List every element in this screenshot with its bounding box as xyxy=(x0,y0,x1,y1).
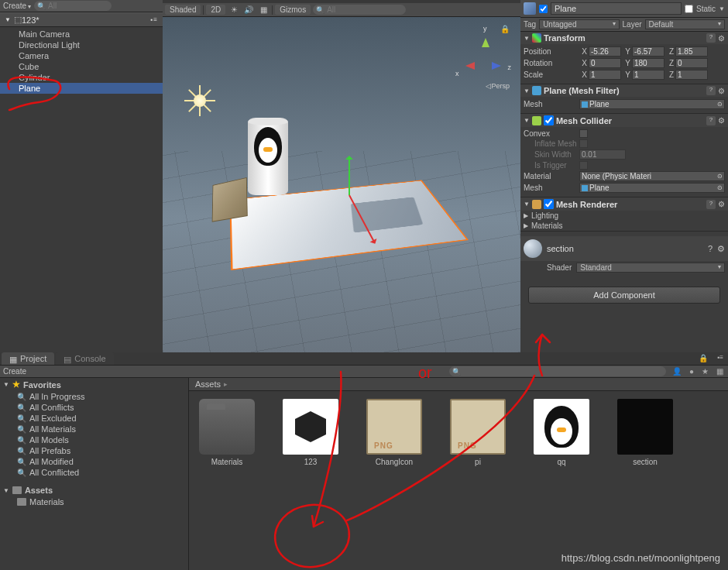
hierarchy-item[interactable]: Cylinder xyxy=(0,72,163,83)
project-create-dropdown[interactable]: Create xyxy=(3,367,26,376)
scene-search[interactable]: 🔍 xyxy=(313,5,406,15)
help-icon[interactable]: ? xyxy=(708,244,713,253)
favorite-item[interactable]: 🔍All Excluded xyxy=(0,413,188,424)
fold-icon[interactable]: ▼ xyxy=(524,35,530,42)
layer-dropdown[interactable]: Default xyxy=(645,19,725,29)
mode-2d-toggle[interactable]: 2D xyxy=(206,5,225,15)
asset-item[interactable]: PNGChangIcon xyxy=(364,399,424,466)
component-enable-checkbox[interactable] xyxy=(544,199,554,209)
scene-menu-icon[interactable]: ▪≡ xyxy=(150,16,158,23)
tab-project[interactable]: ▦Project xyxy=(2,352,54,365)
scl-z-input[interactable] xyxy=(675,70,708,80)
hierarchy-search[interactable]: 🔍 xyxy=(34,1,112,11)
hierarchy-create-dropdown[interactable]: Create xyxy=(3,2,31,10)
asset-item[interactable]: qq xyxy=(531,399,592,466)
favorite-item[interactable]: 🔍All Prefabs xyxy=(0,445,188,456)
tab-console[interactable]: ▤Console xyxy=(56,352,113,365)
static-dropdown-icon[interactable]: ▼ xyxy=(719,5,725,12)
gameobject-icon[interactable] xyxy=(524,2,536,15)
assets-header[interactable]: ▼Assets xyxy=(0,484,188,496)
folder-item[interactable]: Materials xyxy=(0,496,188,507)
scene-header[interactable]: ▼ ⬚ 123* ▪≡ xyxy=(0,12,163,27)
fold-icon[interactable]: ▼ xyxy=(524,201,530,208)
asset-item[interactable]: section xyxy=(615,399,675,466)
asset-item[interactable]: Materials xyxy=(197,399,257,466)
fold-icon[interactable]: ▼ xyxy=(3,381,9,388)
pos-y-input[interactable] xyxy=(632,46,664,57)
lock-icon[interactable]: 🔒 xyxy=(694,352,713,365)
shader-dropdown[interactable]: Standard xyxy=(576,263,725,273)
gear-icon[interactable]: ⚙ xyxy=(718,200,725,208)
rot-z-input[interactable] xyxy=(675,58,708,68)
rot-x-input[interactable] xyxy=(589,58,621,68)
favorites-header[interactable]: ▼★Favorites xyxy=(0,378,188,391)
favorite-item[interactable]: 🔍All Conflicted xyxy=(0,467,188,478)
lighting-toggle-icon[interactable]: ☀ xyxy=(228,5,240,14)
materials-foldout[interactable]: ▶Materials xyxy=(520,221,728,231)
scl-x-input[interactable] xyxy=(589,70,621,80)
asset-item[interactable]: PNGpi xyxy=(448,399,508,466)
fold-icon[interactable]: ▼ xyxy=(524,88,530,94)
project-search[interactable]: 🔍 xyxy=(449,366,666,376)
lighting-foldout[interactable]: ▶Lighting xyxy=(520,211,728,221)
add-component-button[interactable]: Add Component xyxy=(528,287,720,304)
filter-icon[interactable]: 👤 xyxy=(671,367,683,376)
material-section[interactable]: section ? ⚙ xyxy=(520,236,728,261)
hierarchy-item[interactable]: Main Camera xyxy=(0,29,163,39)
panel-menu-icon[interactable]: ▪≡ xyxy=(713,352,728,365)
hierarchy-item[interactable]: Cube xyxy=(0,61,163,72)
skinwidth-label: Skin Width xyxy=(524,150,578,159)
breadcrumb[interactable]: Assets xyxy=(189,378,728,391)
lock-icon[interactable]: 🔒 xyxy=(500,25,510,33)
audio-toggle-icon[interactable]: 🔊 xyxy=(242,5,255,14)
hierarchy-item[interactable]: Camera xyxy=(0,50,163,61)
help-icon[interactable]: ? xyxy=(706,86,716,95)
favorite-item[interactable]: 🔍All Materials xyxy=(0,424,188,434)
scl-y-input[interactable] xyxy=(632,70,664,80)
scene-3d-view[interactable]: 🔒 y x z ◁Persp xyxy=(163,17,520,352)
pos-z-input[interactable] xyxy=(675,46,708,57)
hierarchy-search-input[interactable] xyxy=(46,2,100,10)
rot-y-input[interactable] xyxy=(632,58,664,68)
tag-dropdown[interactable]: Untagged xyxy=(539,19,619,29)
pos-x-input[interactable] xyxy=(589,46,621,57)
fold-icon[interactable]: ▼ xyxy=(5,16,11,23)
filter-label-icon[interactable]: ★ xyxy=(700,367,710,376)
console-icon: ▤ xyxy=(64,355,71,362)
favorite-item[interactable]: 🔍All Modified xyxy=(0,456,188,467)
component-enable-checkbox[interactable] xyxy=(544,115,554,125)
shading-dropdown[interactable]: Shaded xyxy=(165,5,201,15)
favorite-item[interactable]: 🔍All Models xyxy=(0,434,188,445)
cylinder-object[interactable] xyxy=(248,118,288,195)
persp-label[interactable]: ◁Persp xyxy=(486,82,510,90)
physmat-object-field[interactable]: None (Physic Materi⊙ xyxy=(579,171,725,181)
help-icon[interactable]: ? xyxy=(706,116,716,125)
save-search-icon[interactable]: ▦ xyxy=(715,367,725,376)
cube-object[interactable] xyxy=(212,177,248,222)
gear-icon[interactable]: ⚙ xyxy=(718,87,725,95)
active-checkbox[interactable] xyxy=(539,5,548,13)
hierarchy-item-selected[interactable]: Plane xyxy=(0,83,163,94)
mesh-object-field[interactable]: Plane⊙ xyxy=(579,99,725,109)
fx-toggle-icon[interactable]: ▦ xyxy=(257,5,270,14)
orientation-gizmo[interactable]: y x z ◁Persp xyxy=(460,34,507,81)
gizmos-dropdown[interactable]: Gizmos xyxy=(275,5,311,15)
fold-icon[interactable]: ▼ xyxy=(524,117,530,124)
move-gizmo-y[interactable] xyxy=(349,156,350,195)
gameobject-name-input[interactable] xyxy=(551,2,682,15)
favorite-item[interactable]: 🔍All In Progress xyxy=(0,391,188,402)
filter-type-icon[interactable]: ● xyxy=(688,367,695,376)
collider-mesh-field[interactable]: Plane⊙ xyxy=(579,183,725,193)
static-checkbox[interactable] xyxy=(685,5,693,13)
fold-icon[interactable]: ▼ xyxy=(3,487,9,494)
help-icon[interactable]: ? xyxy=(706,33,716,43)
scene-search-input[interactable] xyxy=(325,5,379,14)
gear-icon[interactable]: ⚙ xyxy=(717,244,725,254)
gear-icon[interactable]: ⚙ xyxy=(718,116,725,125)
gear-icon[interactable]: ⚙ xyxy=(718,34,725,43)
asset-item[interactable]: 123 xyxy=(280,399,341,466)
hierarchy-item[interactable]: Directional Light xyxy=(0,39,163,50)
convex-checkbox[interactable] xyxy=(579,129,588,138)
help-icon[interactable]: ? xyxy=(706,200,716,209)
favorite-item[interactable]: 🔍All Conflicts xyxy=(0,402,188,413)
